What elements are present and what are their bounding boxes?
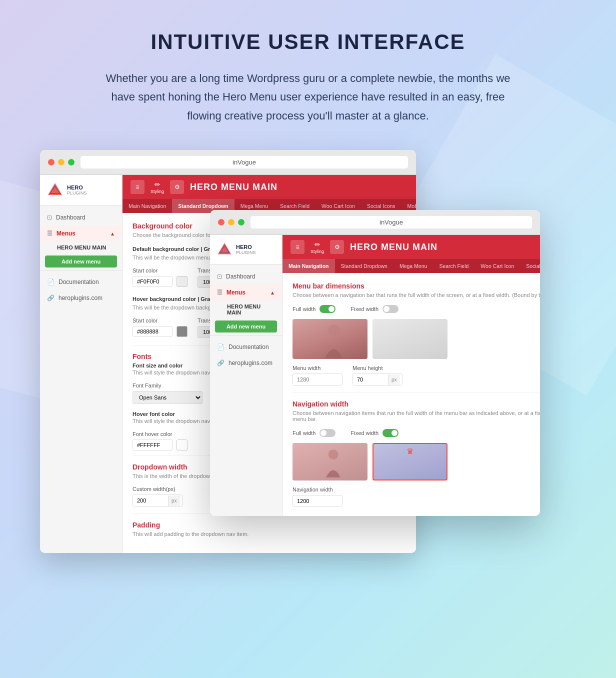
styling-button[interactable]: ✏ Styling <box>150 180 164 194</box>
add-new-button-2[interactable]: Add new menu <box>215 320 277 332</box>
dot-yellow-2 <box>228 219 234 226</box>
browser-dots-2 <box>218 219 244 226</box>
menu-height-wrap: px <box>352 374 402 386</box>
plugin-topbar-1: ≡ ✏ Styling ⚙ HERO MENU MAIN Save <box>122 175 416 199</box>
padding-desc: This will add padding to the dropdown na… <box>132 531 416 537</box>
nav-width-toggles: Full width Fixed width <box>292 429 540 437</box>
page-title: INTUITIVE USER INTERFACE <box>40 30 576 54</box>
menu-width-input[interactable] <box>293 374 328 385</box>
hover-color-input[interactable] <box>132 326 172 337</box>
nav-fixed-preview: ♛ <box>372 443 448 480</box>
docs-icon: 📄 <box>47 278 54 286</box>
address-bar-2: inVogue <box>250 216 532 228</box>
menu-bar-title: Menu bar dimensions <box>292 282 540 290</box>
styling-label-2: Styling <box>310 249 324 254</box>
styling-btn-2[interactable]: ✏ Styling <box>310 240 324 254</box>
start-color-field <box>132 276 188 287</box>
font-hover-color-swatch[interactable] <box>176 440 188 450</box>
sidebar-item-dashboard-2[interactable]: ⊡ Dashboard <box>210 268 282 284</box>
dot-red-1 <box>48 159 54 166</box>
tab-social-2[interactable]: Social Icons <box>520 259 540 273</box>
sidebar-item-menus[interactable]: ☰ Menus ▲ <box>40 226 122 242</box>
sidebar-sub-2[interactable]: HERO MENU MAIN <box>210 300 282 318</box>
sidebar-item-website[interactable]: 🔗 heroplugins.com <box>40 290 122 306</box>
full-width-toggle[interactable] <box>320 305 336 313</box>
svg-point-7 <box>328 450 338 460</box>
chevron-up-icon-2: ▲ <box>270 290 275 296</box>
sidebar-item-docs-2[interactable]: 📄 Documentation <box>210 339 282 355</box>
custom-width-input[interactable] <box>133 495 168 506</box>
content-area-2: Menu bar dimensions Choose between a nav… <box>282 273 540 516</box>
plugin-topbar-2: ≡ ✏ Styling ⚙ HERO MENU MAIN <box>282 235 540 259</box>
nav-full-toggle[interactable] <box>320 429 336 437</box>
sidebar-divider-2 <box>210 336 282 336</box>
browser-windows-container: inVogue HERO PLUGINS <box>40 150 576 553</box>
svg-point-6 <box>328 324 340 336</box>
dashboard-icon-2: ⊡ <box>217 273 222 280</box>
menu-dimensions-section: Menu bar dimensions Choose between a nav… <box>292 282 540 386</box>
nav-preview-row: ♛ <box>292 443 540 480</box>
tab-search-2[interactable]: Search Field <box>433 259 474 273</box>
menu-height-input[interactable] <box>353 374 388 385</box>
sidebar-item-dashboard[interactable]: ⊡ Dashboard <box>40 210 122 226</box>
hover-color-group: Start color <box>132 318 188 337</box>
menu-width-group: Menu width <box>292 365 342 386</box>
browser-dots-1 <box>48 159 74 166</box>
sidebar-item-docs[interactable]: 📄 Documentation <box>40 274 122 290</box>
sidebar-item-label: Dashboard <box>56 214 86 221</box>
sidebar-item-label: Documentation <box>58 278 99 286</box>
plugin-layout-2: HERO PLUGINS ⊡ Dashboard ☰ Menus ▲ <box>210 235 540 516</box>
tab-mega-2[interactable]: Mega Menu <box>394 259 433 273</box>
menu-height-label: Menu height <box>352 365 402 371</box>
hero-logo-icon-2 <box>216 241 233 258</box>
tab-std-drop-2[interactable]: Standard Dropdown <box>335 259 394 273</box>
nav-full-label: Full width <box>292 430 316 436</box>
nav-full-thumb <box>320 430 326 436</box>
hero-logo-icon <box>46 181 64 199</box>
sidebar-item-website-2[interactable]: 🔗 heroplugins.com <box>210 355 282 371</box>
settings-button[interactable]: ⚙ <box>170 180 184 194</box>
sidebar-label: Menus <box>226 289 246 296</box>
menus-icon: ☰ <box>47 230 52 237</box>
nav-fixed-toggle[interactable] <box>382 429 398 437</box>
fixed-width-toggle[interactable] <box>382 305 398 313</box>
link-icon-2: 🔗 <box>217 360 224 366</box>
start-color-input[interactable] <box>132 276 172 287</box>
font-hover-color-input[interactable] <box>132 440 172 450</box>
tab-main-nav-2[interactable]: Main Navigation <box>282 259 335 273</box>
padding-title: Padding <box>132 521 416 529</box>
logo-text-2: HERO <box>236 244 256 250</box>
hover-color-swatch[interactable] <box>176 326 188 337</box>
px-unit-2: px <box>388 374 400 385</box>
dot-red-2 <box>218 219 224 226</box>
full-width-label: Full width <box>292 306 316 312</box>
dot-green-2 <box>238 219 244 226</box>
start-color-swatch[interactable] <box>176 276 188 287</box>
browser-chrome-1: inVogue <box>40 150 416 175</box>
menus-icon-2: ☰ <box>217 289 222 296</box>
full-width-preview <box>292 319 368 359</box>
full-width-toggle-group: Full width <box>292 305 336 313</box>
sidebar-2: HERO PLUGINS ⊡ Dashboard ☰ Menus ▲ <box>210 235 282 516</box>
menu-bar-desc: Choose between a navigation bar that run… <box>292 292 540 298</box>
hamburger-button[interactable]: ≡ <box>130 180 144 194</box>
nav-width-field-label: Navigation width <box>292 486 540 492</box>
tab-main-navigation[interactable]: Main Navigation <box>122 199 172 213</box>
sidebar-item-hero-menu[interactable]: HERO MENU MAIN <box>40 242 122 254</box>
nav-person-svg <box>318 446 342 478</box>
hamburger-btn-2[interactable]: ≡ <box>290 240 304 254</box>
logo-text: HERO <box>67 184 87 190</box>
fixed-width-toggle-group: Fixed width <box>350 305 398 313</box>
sidebar-nav-2: ⊡ Dashboard ☰ Menus ▲ HERO MENU MAIN Add… <box>210 264 282 375</box>
sidebar-item-menus-2[interactable]: ☰ Menus ▲ <box>210 284 282 300</box>
add-new-menu-button[interactable]: Add new menu <box>45 256 117 268</box>
settings-btn-2[interactable]: ⚙ <box>330 240 344 254</box>
nav-width-input[interactable] <box>293 496 328 506</box>
tab-woo-2[interactable]: Woo Cart Icon <box>474 259 520 273</box>
logo-sub: PLUGINS <box>67 190 87 196</box>
font-family-select[interactable]: Open Sans <box>132 391 202 404</box>
topbar-title-2: HERO MENU MAIN <box>350 242 540 252</box>
sidebar-logo-2: HERO PLUGINS <box>210 235 282 264</box>
sidebar-label: Documentation <box>228 344 269 350</box>
tab-nav-2: Main Navigation Standard Dropdown Mega M… <box>282 259 540 273</box>
